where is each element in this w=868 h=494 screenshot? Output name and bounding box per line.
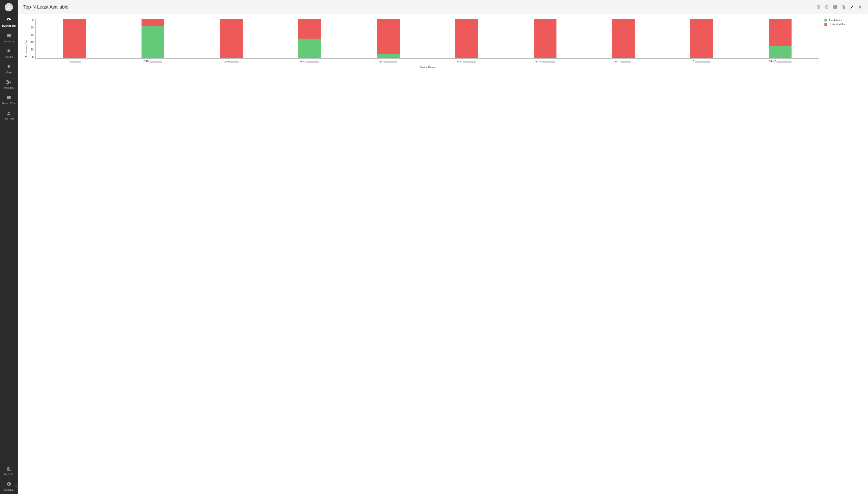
bar-slot bbox=[271, 19, 349, 58]
export-button[interactable] bbox=[825, 5, 829, 9]
page-header: Top-N Least Available bbox=[18, 0, 868, 14]
user-avatar[interactable] bbox=[5, 3, 13, 12]
bar-segment-availability bbox=[142, 26, 164, 58]
refresh-button[interactable] bbox=[816, 5, 821, 9]
redacted-text bbox=[229, 61, 239, 63]
x-tick-prefix: opm- bbox=[301, 60, 306, 63]
bar-segment-unavailability bbox=[769, 19, 792, 46]
svg-point-8 bbox=[8, 112, 10, 113]
sidebar-item-inventory[interactable]: Inventory bbox=[0, 30, 18, 45]
redacted-text bbox=[463, 61, 475, 63]
bar[interactable] bbox=[455, 19, 478, 58]
sidebar-item-end-user[interactable]: End User bbox=[0, 108, 18, 123]
redacted-text bbox=[620, 61, 631, 63]
bar[interactable] bbox=[377, 19, 400, 58]
chart-bars bbox=[35, 19, 819, 58]
bar-slot bbox=[584, 19, 663, 58]
x-tick-prefix: opm bbox=[615, 60, 620, 63]
x-tick: 1 bbox=[35, 60, 114, 63]
sidebar-item-alarms[interactable]: Alarms bbox=[0, 45, 18, 61]
edit-button[interactable] bbox=[833, 5, 837, 9]
pin-button[interactable] bbox=[849, 5, 854, 9]
y-axis-ticks: 100806040200 bbox=[29, 19, 35, 58]
user-icon bbox=[6, 110, 12, 116]
bar-segment-unavailability bbox=[455, 19, 478, 58]
svg-rect-2 bbox=[7, 35, 11, 36]
svg-rect-7 bbox=[10, 82, 11, 83]
legend-item-unavailability: UnAvailability bbox=[825, 23, 861, 26]
y-tick: 20 bbox=[29, 48, 34, 51]
sidebar-item-label: Workflow bbox=[4, 87, 14, 90]
y-tick: 40 bbox=[29, 41, 34, 44]
bar-segment-unavailability bbox=[142, 19, 164, 26]
delete-button[interactable] bbox=[857, 5, 862, 9]
x-tick: OPM bbox=[113, 60, 192, 63]
bar-slot bbox=[663, 19, 741, 58]
sidebar-item-label: Settings bbox=[4, 488, 14, 491]
x-tick-prefix: OPMA bbox=[769, 60, 776, 63]
bar[interactable] bbox=[298, 19, 321, 58]
sidebar-item-label: End User bbox=[3, 117, 14, 121]
bar-segment-availability bbox=[769, 46, 792, 58]
bar-segment-unavailability bbox=[63, 19, 86, 58]
x-tick: OPMA bbox=[741, 60, 819, 63]
bar[interactable] bbox=[612, 19, 635, 58]
y-axis-label: Availability (%) bbox=[25, 30, 28, 57]
bar-slot bbox=[114, 19, 192, 58]
chart-panel: Availability (%) 100806040200 1OPMopmopm… bbox=[18, 14, 868, 494]
svg-rect-12 bbox=[843, 6, 845, 8]
x-axis-label: Device Name bbox=[35, 66, 819, 69]
bar[interactable] bbox=[142, 19, 164, 58]
x-tick: opm bbox=[349, 60, 428, 63]
redacted-text bbox=[306, 61, 319, 63]
x-tick-prefix: opm bbox=[224, 60, 229, 63]
x-tick: Ci bbox=[663, 60, 741, 63]
y-tick: 80 bbox=[29, 26, 34, 29]
sidebar-item-group-chat[interactable]: Group Chat bbox=[0, 92, 18, 108]
bar-slot bbox=[428, 19, 506, 58]
redacted-text bbox=[695, 61, 710, 63]
sidebar-item-reports[interactable]: Reports bbox=[0, 463, 18, 478]
bar[interactable] bbox=[690, 19, 713, 58]
x-tick-prefix: 1 bbox=[68, 60, 70, 63]
sidebar-item-label: Maps bbox=[6, 71, 12, 74]
x-tick-prefix: opm bbox=[457, 60, 462, 63]
y-tick: 60 bbox=[29, 33, 34, 36]
x-tick: opm bbox=[192, 60, 271, 63]
dashboard-icon bbox=[6, 17, 12, 23]
sidebar-item-workflow[interactable]: Workflow bbox=[0, 77, 18, 92]
bar-slot bbox=[349, 19, 427, 58]
bar-segment-unavailability bbox=[377, 19, 400, 54]
copy-button[interactable] bbox=[841, 5, 846, 9]
chat-icon bbox=[6, 95, 12, 101]
x-tick: opm bbox=[584, 60, 663, 63]
x-tick: opm- bbox=[270, 60, 349, 63]
x-axis-labels: 1OPMopmopm-opmopmopmaopmCiOPMA bbox=[35, 60, 819, 63]
x-tick-prefix: opm bbox=[379, 60, 384, 63]
reports-icon bbox=[6, 466, 12, 472]
sidebar-item-maps[interactable]: Maps bbox=[0, 61, 18, 77]
bar-segment-unavailability bbox=[612, 19, 635, 58]
sidebar-item-settings[interactable]: Settings ▶ bbox=[0, 478, 18, 494]
bar[interactable] bbox=[534, 19, 557, 58]
alarms-icon bbox=[6, 48, 12, 54]
legend-label: Availability bbox=[829, 19, 842, 22]
inventory-icon bbox=[6, 33, 12, 39]
y-tick: 100 bbox=[29, 19, 34, 21]
bar[interactable] bbox=[769, 19, 792, 58]
sidebar: Dashboard Inventory Alarms Maps Workflow… bbox=[0, 0, 18, 494]
bar-segment-availability bbox=[377, 54, 400, 58]
bar[interactable] bbox=[63, 19, 86, 58]
header-actions bbox=[816, 5, 862, 9]
bar-segment-unavailability bbox=[220, 19, 243, 58]
bar-slot bbox=[192, 19, 271, 58]
bar-segment-unavailability bbox=[298, 19, 321, 39]
bar-segment-unavailability bbox=[534, 19, 557, 58]
redacted-text bbox=[542, 61, 555, 63]
x-tick-prefix: Ci bbox=[693, 60, 695, 63]
bar[interactable] bbox=[220, 19, 243, 58]
x-tick-prefix: opma bbox=[535, 60, 541, 63]
sidebar-item-dashboard[interactable]: Dashboard bbox=[0, 15, 18, 30]
sidebar-item-label: Dashboard bbox=[2, 24, 16, 27]
bar-segment-unavailability bbox=[690, 19, 713, 58]
